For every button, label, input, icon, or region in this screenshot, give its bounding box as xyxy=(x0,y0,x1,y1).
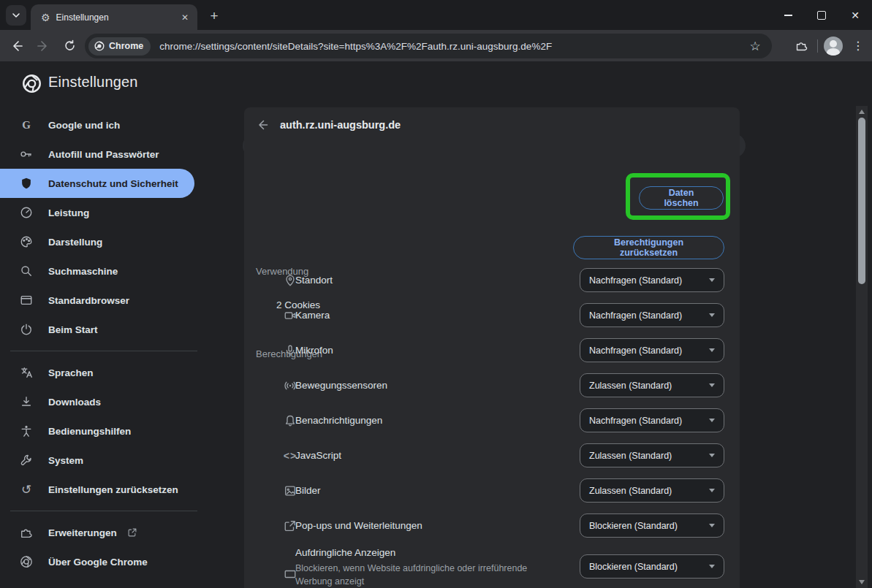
back-icon xyxy=(10,39,23,53)
permission-select[interactable]: Nachfragen (Standard) xyxy=(580,338,724,362)
sidebar-item-darstellung[interactable]: Darstellung xyxy=(0,227,212,256)
sidebar-item-label: Erweiterungen xyxy=(48,527,117,538)
sidebar-item-label: System xyxy=(48,455,83,466)
site-details-card: auth.rz.uni-augsburg.de Verwendung 2 Coo… xyxy=(244,107,740,588)
chrome-badge[interactable]: Chrome xyxy=(88,37,151,56)
scrollbar-down-arrow-icon[interactable] xyxy=(859,580,865,584)
permission-name: Mikrofon xyxy=(295,345,333,356)
tab-search-button[interactable] xyxy=(6,5,26,26)
url-text[interactable]: chrome://settings/content/siteDetails?si… xyxy=(159,41,746,52)
back-arrow-icon xyxy=(256,118,269,131)
close-icon: ✕ xyxy=(851,10,860,20)
scrollbar[interactable] xyxy=(856,106,868,588)
sidebar-item-label: Autofill und Passwörter xyxy=(48,149,159,160)
scrollbar-up-arrow-icon[interactable] xyxy=(859,110,865,114)
permission-row-bilder: BilderZulassen (Standard) xyxy=(244,473,740,508)
minimize-button[interactable] xyxy=(771,0,805,30)
sidebar-item-label: Sprachen xyxy=(48,367,94,378)
sidebar-item-beim-start[interactable]: Beim Start xyxy=(0,315,212,344)
permission-select[interactable]: Blockieren (Standard) xyxy=(580,554,724,579)
chevron-down-icon xyxy=(709,348,715,352)
sidebar-item-datenschutz-und-sicherheit[interactable]: Datenschutz und Sicherheit xyxy=(0,169,194,198)
close-button[interactable]: ✕ xyxy=(838,0,872,30)
forward-button[interactable] xyxy=(33,36,53,56)
new-tab-button[interactable]: + xyxy=(205,7,224,26)
permission-select-value: Zulassen (Standard) xyxy=(589,486,709,496)
permission-select-value: Zulassen (Standard) xyxy=(589,381,709,391)
permission-select[interactable]: Zulassen (Standard) xyxy=(580,373,724,397)
permission-select-value: Blockieren (Standard) xyxy=(589,562,709,572)
sidebar-divider xyxy=(10,351,197,351)
permission-select[interactable]: Nachfragen (Standard) xyxy=(580,303,724,327)
sidebar-item-sprachen[interactable]: Sprachen xyxy=(0,358,212,387)
sidebar-item-leistung[interactable]: Leistung xyxy=(0,198,212,227)
kebab-menu-icon[interactable]: ⋮ xyxy=(849,37,868,56)
external-link-icon xyxy=(127,527,137,538)
site-title: auth.rz.uni-augsburg.de xyxy=(280,119,401,131)
permission-select[interactable]: Zulassen (Standard) xyxy=(580,443,724,467)
sidebar-item--ber-google-chrome[interactable]: Über Google Chrome xyxy=(0,547,212,576)
sidebar-item-label: Darstellung xyxy=(48,237,102,248)
window-controls: ✕ xyxy=(771,0,872,30)
permission-description: Blockieren, wenn Website aufdringliche o… xyxy=(295,562,566,588)
wrench-icon xyxy=(19,454,34,467)
chrome-logo-icon xyxy=(94,41,105,51)
avatar[interactable] xyxy=(824,37,843,56)
permission-row-pop-ups-und-weiterleitungen: Pop-ups und WeiterleitungenBlockieren (S… xyxy=(244,508,740,543)
reload-button[interactable] xyxy=(59,36,80,56)
permission-row-benachrichtigungen: BenachrichtigungenNachfragen (Standard) xyxy=(244,402,740,438)
permission-name: JavaScript xyxy=(295,450,341,461)
sidebar-item-downloads[interactable]: Downloads xyxy=(0,387,212,416)
permission-select-value: Nachfragen (Standard) xyxy=(589,416,709,426)
tab-close-icon[interactable]: ✕ xyxy=(178,11,192,24)
extensions-button[interactable] xyxy=(791,36,811,56)
permission-select[interactable]: Nachfragen (Standard) xyxy=(580,268,724,292)
sidebar-item-autofill-und-passw-rter[interactable]: Autofill und Passwörter xyxy=(0,140,212,169)
permission-select[interactable]: Nachfragen (Standard) xyxy=(580,408,724,432)
sidebar-item-einstellungen-zur-cksetzen[interactable]: ↺Einstellungen zurücksetzen xyxy=(0,475,212,504)
browser-tab[interactable]: ⚙ Einstellungen ✕ xyxy=(31,4,197,30)
chrome-badge-label: Chrome xyxy=(109,41,143,51)
address-bar[interactable]: Chrome chrome://settings/content/siteDet… xyxy=(85,34,772,58)
settings-sidebar: GGoogle und ichAutofill und PasswörterDa… xyxy=(0,106,212,588)
permission-row-bewegungssensoren: BewegungssensorenZulassen (Standard) xyxy=(244,367,740,402)
toolbar-right: ⋮ xyxy=(791,30,868,61)
permission-row-kamera: KameraNachfragen (Standard) xyxy=(244,297,740,332)
permission-select[interactable]: Zulassen (Standard) xyxy=(580,478,724,503)
puzzle-icon xyxy=(19,526,34,539)
reset-icon: ↺ xyxy=(19,484,34,496)
sidebar-item-label: Suchmaschine xyxy=(48,266,118,277)
download-icon xyxy=(19,395,34,408)
sidebar-item-system[interactable]: System xyxy=(0,446,212,475)
permission-row-mikrofon: MikrofonNachfragen (Standard) xyxy=(244,332,740,367)
permission-select[interactable]: Blockieren (Standard) xyxy=(580,513,724,538)
back-button[interactable] xyxy=(7,36,27,56)
maximize-button[interactable] xyxy=(805,0,838,30)
reset-permissions-button[interactable]: Berechtigungen zurücksetzen xyxy=(573,236,724,259)
sidebar-item-standardbrowser[interactable]: Standardbrowser xyxy=(0,286,212,315)
chevron-down-icon xyxy=(709,565,715,568)
power-icon xyxy=(19,323,34,336)
bookmark-star-icon[interactable]: ☆ xyxy=(746,37,765,56)
back-to-settings-button[interactable] xyxy=(253,115,272,134)
translate-icon xyxy=(19,366,34,379)
palette-icon xyxy=(19,235,34,248)
chevron-down-icon xyxy=(709,383,715,387)
chevron-down-icon xyxy=(709,489,715,492)
chevron-down-icon xyxy=(709,419,715,422)
sidebar-item-label: Bedienungshilfen xyxy=(48,426,131,437)
chevron-down-icon xyxy=(709,313,715,317)
sidebar-item-google-und-ich[interactable]: GGoogle und ich xyxy=(0,110,212,140)
clear-data-button[interactable]: Daten löschen xyxy=(639,186,724,210)
sidebar-item-suchmaschine[interactable]: Suchmaschine xyxy=(0,256,212,286)
maximize-icon xyxy=(817,11,826,20)
sidebar-item-label: Downloads xyxy=(48,397,101,408)
extensions-puzzle-icon xyxy=(795,39,808,52)
chevron-down-icon xyxy=(709,278,715,282)
permission-name: Aufdringliche Anzeigen xyxy=(295,547,395,558)
sidebar-item-erweiterungen[interactable]: Erweiterungen xyxy=(0,518,212,547)
scrollbar-thumb[interactable] xyxy=(858,118,865,284)
chevron-down-icon xyxy=(709,524,715,527)
sidebar-item-bedienungshilfen[interactable]: Bedienungshilfen xyxy=(0,416,212,446)
chevron-down-icon xyxy=(12,11,20,20)
